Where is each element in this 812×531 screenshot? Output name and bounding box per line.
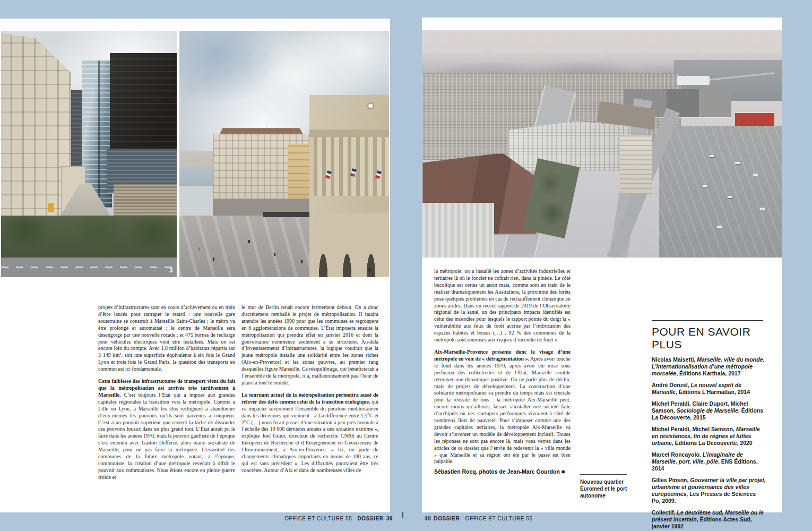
footer-magazine: OFFICE ET CULTURE 55 bbox=[465, 516, 533, 521]
photo-vieux-port-bourse: 4 bbox=[179, 31, 389, 277]
sidebar-title: POUR EN SAVOIR PLUS bbox=[652, 326, 778, 351]
aerial-truck bbox=[710, 155, 714, 157]
magazine-spread: 3 bbox=[0, 0, 812, 531]
bibliography-entry: Michel Peraldi, Claire Duport, Michel Sa… bbox=[652, 400, 766, 421]
paragraph: la métropole, on a installé les zones d’… bbox=[434, 268, 571, 344]
footer-left: OFFICE ET CULTURE 55DOSSIER39 bbox=[284, 516, 393, 521]
bibliography-entry: Gilles Pinson, Gouverner la ville par pr… bbox=[652, 477, 766, 504]
footer-page-number: 39 bbox=[386, 516, 393, 521]
photo4-pedestrian bbox=[213, 258, 214, 261]
paragraph: Aix-Marseille-Provence présente donc le … bbox=[434, 349, 571, 465]
left-column-2: le mur de Berlin tenait encore fermement… bbox=[241, 304, 378, 479]
aerial-port-esplanade bbox=[659, 126, 782, 258]
aerial-truck bbox=[760, 208, 765, 210]
paragraph-lead: Le tournant actuel de la métropolisation… bbox=[241, 392, 378, 405]
photo3-number: 3 bbox=[169, 267, 172, 273]
right-column: la métropole, on a installé les zones d’… bbox=[434, 268, 571, 475]
paragraph: Le tournant actuel de la métropolisation… bbox=[241, 392, 378, 474]
footer-section: DOSSIER bbox=[434, 516, 460, 521]
aerial-white-tower bbox=[620, 135, 652, 194]
aerial-truck bbox=[753, 174, 758, 176]
byline: Sébastien Rocq, photos de Jean-Marc Gour… bbox=[434, 468, 571, 475]
photo4-pedestrian bbox=[301, 260, 303, 263]
caption-rule bbox=[580, 474, 627, 475]
right-page: la métropole, on a installé les zones d’… bbox=[422, 18, 782, 512]
photo4-clock bbox=[368, 104, 373, 108]
paragraph-text: C’est toujours l’État qui a imposé aux g… bbox=[98, 392, 235, 480]
footer-page-number: 40 bbox=[425, 516, 431, 521]
photo-euromed-aerial bbox=[422, 30, 782, 258]
paragraph: Cette faiblesse des infrastructures de t… bbox=[98, 378, 235, 481]
bibliography-entry: Nicolas Maisetti, Marseille, ville du mo… bbox=[652, 356, 766, 377]
bibliography-entry: Collectif, Le deuxième sud, Marseille ou… bbox=[652, 509, 766, 530]
aerial-truck bbox=[717, 226, 722, 228]
aerial-office-blocks bbox=[508, 121, 631, 171]
photo4-arches bbox=[314, 213, 389, 277]
photo4-pedestrian bbox=[248, 240, 250, 243]
bibliography-entry: Michel Peraldi, Michel Samson, Marseille… bbox=[652, 426, 766, 447]
aerial-truck bbox=[728, 196, 732, 198]
photo4-colonnade bbox=[314, 137, 389, 196]
photo3-shrubs bbox=[1, 216, 177, 262]
photo4-number: 4 bbox=[368, 267, 371, 273]
photo3-road bbox=[1, 258, 177, 277]
left-column-1: projets d’infrastructures sont en cours … bbox=[98, 304, 235, 486]
aerial-cruise-ship bbox=[677, 76, 710, 85]
paragraph: projets d’infrastructures sont en cours … bbox=[98, 304, 235, 373]
further-reading-sidebar: POUR EN SAVOIR PLUS Nicolas Maisetti, Ma… bbox=[652, 320, 778, 531]
footer-right: 40DOSSIEROFFICE ET CULTURE 55 bbox=[425, 516, 533, 521]
paragraph-text: qui va impacter sévèrement l’ensemble du… bbox=[241, 399, 378, 473]
aerial-truck bbox=[735, 162, 740, 164]
footer-magazine: OFFICE ET CULTURE 55 bbox=[284, 516, 352, 521]
bibliography-entry: André Donzel, Le nouvel esprit de Marsei… bbox=[652, 382, 766, 396]
photo3-crane bbox=[48, 203, 54, 212]
photo4-pedestrian bbox=[274, 253, 275, 256]
aerial-truck bbox=[703, 185, 707, 187]
paragraph: le mur de Berlin tenait encore fermement… bbox=[241, 304, 378, 387]
left-page: 3 bbox=[0, 19, 390, 512]
paragraph-text: Après avoir touché le fond dans les anné… bbox=[434, 356, 571, 465]
footer-section: DOSSIER bbox=[357, 516, 383, 521]
sidebar-rule bbox=[652, 320, 763, 321]
photo4-pedestrian bbox=[198, 247, 200, 251]
photo-caption-block: Nouveau quartier Euromed et le port auto… bbox=[580, 474, 646, 499]
photo4-cornice bbox=[309, 130, 389, 137]
photo3-dark-building bbox=[110, 53, 177, 161]
photo4-street bbox=[179, 216, 318, 277]
bibliography-entry: Marcel Roncayolo, L’imaginaire de Marsei… bbox=[652, 451, 766, 472]
photo-modern-towers: 3 bbox=[1, 31, 177, 277]
aerial-white-hall bbox=[422, 203, 494, 258]
crop-mark bbox=[402, 512, 403, 518]
photo-caption: Nouveau quartier Euromed et le port auto… bbox=[580, 478, 646, 499]
